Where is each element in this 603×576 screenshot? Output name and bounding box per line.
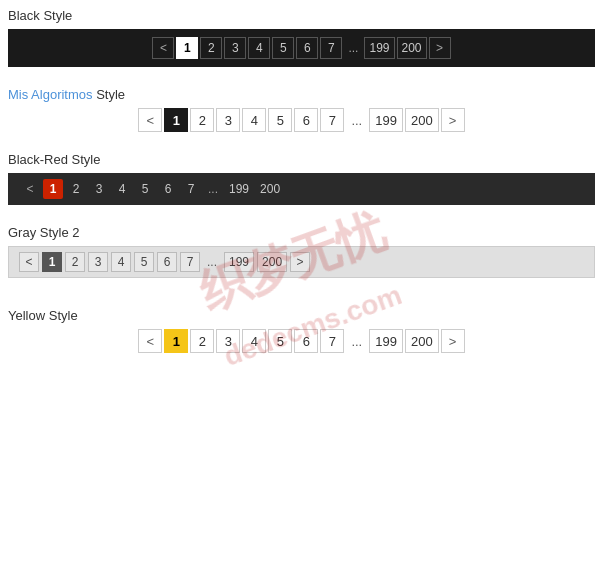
next-button[interactable]: > [429,37,451,59]
black-style-paginator-wrap: < 1 2 3 4 5 6 7 ... 199 200 > [8,29,595,67]
black-style-pagination: < 1 2 3 4 5 6 7 ... 199 200 > [152,37,450,59]
page-199[interactable]: 199 [224,252,254,272]
gray-style-2-section: Gray Style 2 < 1 2 3 4 5 6 7 ... 199 200… [8,225,595,278]
ellipsis: ... [344,37,362,59]
page-6[interactable]: 6 [158,179,178,199]
page-4[interactable]: 4 [111,252,131,272]
page-5[interactable]: 5 [134,252,154,272]
page-1[interactable]: 1 [42,252,62,272]
black-style-section: Black Style < 1 2 3 4 5 6 7 ... 199 200 … [8,8,595,67]
prev-button[interactable]: < [152,37,174,59]
gray-paginator-wrap: < 1 2 3 4 5 6 7 ... 199 200 > [8,246,595,278]
page-5[interactable]: 5 [268,329,292,353]
prev-button[interactable]: < [19,252,39,272]
page-2[interactable]: 2 [65,252,85,272]
page-5[interactable]: 5 [268,108,292,132]
ellipsis: ... [346,329,367,353]
mis-style-pagination: < 1 2 3 4 5 6 7 ... 199 200 > [138,108,464,132]
black-style-label: Black Style [8,8,595,23]
page-2[interactable]: 2 [200,37,222,59]
page-5[interactable]: 5 [135,179,155,199]
page-1[interactable]: 1 [176,37,198,59]
mis-algoritmos-link[interactable]: Mis Algoritmos [8,87,93,102]
page-2[interactable]: 2 [190,108,214,132]
page-4[interactable]: 4 [248,37,270,59]
page-1[interactable]: 1 [43,179,63,199]
page-1[interactable]: 1 [164,329,188,353]
page-6[interactable]: 6 [296,37,318,59]
page-200[interactable]: 200 [405,329,439,353]
page-199[interactable]: 199 [369,329,403,353]
page-3[interactable]: 3 [216,329,240,353]
page-200[interactable]: 200 [405,108,439,132]
gray-style-2-label: Gray Style 2 [8,225,595,240]
page-199[interactable]: 199 [369,108,403,132]
page-199[interactable]: 199 [364,37,394,59]
page-1[interactable]: 1 [164,108,188,132]
ellipsis: ... [204,179,222,199]
black-red-style-label: Black-Red Style [8,152,595,167]
ellipsis: ... [203,252,221,272]
next-button[interactable]: > [441,329,465,353]
next-button[interactable]: > [290,252,310,272]
yellow-style-section: Yellow Style < 1 2 3 4 5 6 7 ... 199 200… [8,308,595,353]
page-3[interactable]: 3 [224,37,246,59]
page-6[interactable]: 6 [294,108,318,132]
page-7[interactable]: 7 [320,108,344,132]
page-7[interactable]: 7 [320,37,342,59]
page-2[interactable]: 2 [190,329,214,353]
page-7[interactable]: 7 [180,252,200,272]
page-3[interactable]: 3 [89,179,109,199]
page-200[interactable]: 200 [256,179,284,199]
page-3[interactable]: 3 [88,252,108,272]
page-6[interactable]: 6 [157,252,177,272]
page-7[interactable]: 7 [181,179,201,199]
page-5[interactable]: 5 [272,37,294,59]
page-6[interactable]: 6 [294,329,318,353]
gray-pagination: < 1 2 3 4 5 6 7 ... 199 200 > [19,252,310,272]
page-199[interactable]: 199 [225,179,253,199]
yellow-pagination: < 1 2 3 4 5 6 7 ... 199 200 > [138,329,464,353]
yellow-style-label: Yellow Style [8,308,595,323]
mis-style-section: Mis Algoritmos Style < 1 2 3 4 5 6 7 ...… [8,87,595,132]
prev-button[interactable]: < [20,179,40,199]
prev-button[interactable]: < [138,329,162,353]
page-3[interactable]: 3 [216,108,240,132]
page-7[interactable]: 7 [320,329,344,353]
page-200[interactable]: 200 [397,37,427,59]
page-4[interactable]: 4 [112,179,132,199]
ellipsis: ... [346,108,367,132]
page-2[interactable]: 2 [66,179,86,199]
next-button[interactable]: > [441,108,465,132]
black-red-paginator-wrap: < 1 2 3 4 5 6 7 ... 199 200 [8,173,595,205]
prev-button[interactable]: < [138,108,162,132]
black-red-style-section: Black-Red Style < 1 2 3 4 5 6 7 ... 199 … [8,152,595,205]
page-4[interactable]: 4 [242,329,266,353]
page-4[interactable]: 4 [242,108,266,132]
page-200[interactable]: 200 [257,252,287,272]
mis-style-label: Mis Algoritmos Style [8,87,595,102]
black-red-pagination: < 1 2 3 4 5 6 7 ... 199 200 [20,179,284,199]
